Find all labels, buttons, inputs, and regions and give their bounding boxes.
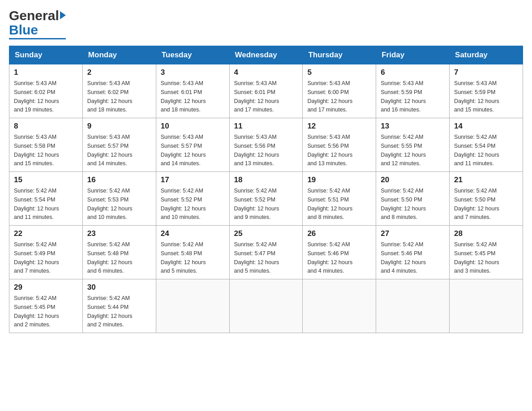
day-number: 20 bbox=[381, 176, 445, 184]
column-header-tuesday: Tuesday bbox=[156, 46, 229, 64]
logo-underline bbox=[9, 38, 66, 39]
day-number: 6 bbox=[381, 68, 445, 77]
calendar-cell: 13 Sunrise: 5:42 AMSunset: 5:55 PMDaylig… bbox=[376, 118, 450, 172]
calendar-cell: 5 Sunrise: 5:43 AMSunset: 6:00 PMDayligh… bbox=[303, 64, 376, 118]
day-number: 22 bbox=[14, 229, 78, 238]
day-info: Sunrise: 5:42 AMSunset: 5:46 PMDaylight:… bbox=[381, 241, 426, 274]
calendar-week-row: 22 Sunrise: 5:42 AMSunset: 5:49 PMDaylig… bbox=[9, 226, 523, 279]
day-info: Sunrise: 5:42 AMSunset: 5:50 PMDaylight:… bbox=[381, 188, 426, 220]
day-info: Sunrise: 5:42 AMSunset: 5:45 PMDaylight:… bbox=[14, 295, 59, 328]
calendar-cell: 1 Sunrise: 5:43 AMSunset: 6:02 PMDayligh… bbox=[9, 64, 83, 118]
calendar-cell: 23 Sunrise: 5:42 AMSunset: 5:48 PMDaylig… bbox=[82, 226, 156, 279]
day-number: 26 bbox=[307, 229, 371, 238]
calendar-cell bbox=[229, 279, 303, 333]
calendar-cell: 27 Sunrise: 5:42 AMSunset: 5:46 PMDaylig… bbox=[376, 226, 450, 279]
logo: General Blue bbox=[9, 9, 66, 39]
calendar-cell: 2 Sunrise: 5:43 AMSunset: 6:02 PMDayligh… bbox=[82, 64, 156, 118]
day-info: Sunrise: 5:43 AMSunset: 5:59 PMDaylight:… bbox=[454, 80, 499, 113]
calendar-cell: 26 Sunrise: 5:42 AMSunset: 5:46 PMDaylig… bbox=[303, 226, 376, 279]
day-info: Sunrise: 5:43 AMSunset: 6:01 PMDaylight:… bbox=[234, 80, 279, 113]
calendar-cell: 10 Sunrise: 5:43 AMSunset: 5:57 PMDaylig… bbox=[156, 118, 229, 172]
day-number: 28 bbox=[454, 229, 518, 238]
logo-general-text: General bbox=[9, 9, 59, 22]
day-info: Sunrise: 5:43 AMSunset: 5:57 PMDaylight:… bbox=[161, 134, 206, 167]
calendar-cell bbox=[450, 279, 523, 333]
calendar-cell bbox=[303, 279, 376, 333]
day-info: Sunrise: 5:42 AMSunset: 5:54 PMDaylight:… bbox=[14, 188, 59, 220]
day-number: 18 bbox=[234, 176, 298, 184]
calendar-cell: 28 Sunrise: 5:42 AMSunset: 5:45 PMDaylig… bbox=[450, 226, 523, 279]
day-info: Sunrise: 5:42 AMSunset: 5:48 PMDaylight:… bbox=[161, 241, 206, 274]
day-number: 2 bbox=[87, 68, 151, 77]
day-info: Sunrise: 5:42 AMSunset: 5:47 PMDaylight:… bbox=[234, 241, 279, 274]
calendar-cell: 11 Sunrise: 5:43 AMSunset: 5:56 PMDaylig… bbox=[229, 118, 303, 172]
day-number: 27 bbox=[381, 229, 445, 238]
day-number: 3 bbox=[161, 68, 225, 77]
column-header-friday: Friday bbox=[376, 46, 450, 64]
calendar-cell: 4 Sunrise: 5:43 AMSunset: 6:01 PMDayligh… bbox=[229, 64, 303, 118]
day-info: Sunrise: 5:42 AMSunset: 5:52 PMDaylight:… bbox=[161, 188, 206, 220]
calendar-week-row: 1 Sunrise: 5:43 AMSunset: 6:02 PMDayligh… bbox=[9, 64, 523, 118]
day-number: 15 bbox=[14, 176, 78, 184]
day-info: Sunrise: 5:42 AMSunset: 5:55 PMDaylight:… bbox=[381, 134, 426, 167]
calendar-cell bbox=[376, 279, 450, 333]
calendar-week-row: 8 Sunrise: 5:43 AMSunset: 5:58 PMDayligh… bbox=[9, 118, 523, 172]
calendar-cell: 7 Sunrise: 5:43 AMSunset: 5:59 PMDayligh… bbox=[450, 64, 523, 118]
day-number: 7 bbox=[454, 68, 518, 77]
day-info: Sunrise: 5:43 AMSunset: 6:02 PMDaylight:… bbox=[14, 80, 59, 113]
calendar-cell: 30 Sunrise: 5:42 AMSunset: 5:44 PMDaylig… bbox=[82, 279, 156, 333]
column-header-saturday: Saturday bbox=[450, 46, 523, 64]
day-info: Sunrise: 5:42 AMSunset: 5:49 PMDaylight:… bbox=[14, 241, 59, 274]
day-info: Sunrise: 5:42 AMSunset: 5:45 PMDaylight:… bbox=[454, 241, 499, 274]
calendar-cell: 20 Sunrise: 5:42 AMSunset: 5:50 PMDaylig… bbox=[376, 172, 450, 226]
day-info: Sunrise: 5:43 AMSunset: 6:01 PMDaylight:… bbox=[161, 80, 206, 113]
calendar-table: SundayMondayTuesdayWednesdayThursdayFrid… bbox=[9, 46, 523, 333]
day-number: 23 bbox=[87, 229, 151, 238]
calendar-cell: 16 Sunrise: 5:42 AMSunset: 5:53 PMDaylig… bbox=[82, 172, 156, 226]
day-number: 29 bbox=[14, 283, 78, 292]
day-info: Sunrise: 5:43 AMSunset: 6:02 PMDaylight:… bbox=[87, 80, 133, 113]
page-header: General Blue bbox=[9, 9, 523, 39]
calendar-cell: 18 Sunrise: 5:42 AMSunset: 5:52 PMDaylig… bbox=[229, 172, 303, 226]
day-info: Sunrise: 5:42 AMSunset: 5:53 PMDaylight:… bbox=[87, 188, 133, 220]
day-number: 12 bbox=[307, 122, 371, 131]
day-info: Sunrise: 5:43 AMSunset: 5:58 PMDaylight:… bbox=[14, 134, 59, 167]
calendar-cell: 8 Sunrise: 5:43 AMSunset: 5:58 PMDayligh… bbox=[9, 118, 83, 172]
day-number: 4 bbox=[234, 68, 298, 77]
calendar-week-row: 29 Sunrise: 5:42 AMSunset: 5:45 PMDaylig… bbox=[9, 279, 523, 333]
calendar-cell bbox=[156, 279, 229, 333]
day-info: Sunrise: 5:42 AMSunset: 5:44 PMDaylight:… bbox=[87, 295, 133, 328]
day-info: Sunrise: 5:42 AMSunset: 5:46 PMDaylight:… bbox=[307, 241, 352, 274]
day-info: Sunrise: 5:43 AMSunset: 5:59 PMDaylight:… bbox=[381, 80, 426, 113]
day-info: Sunrise: 5:42 AMSunset: 5:52 PMDaylight:… bbox=[234, 188, 279, 220]
calendar-cell: 19 Sunrise: 5:42 AMSunset: 5:51 PMDaylig… bbox=[303, 172, 376, 226]
day-info: Sunrise: 5:43 AMSunset: 5:56 PMDaylight:… bbox=[307, 134, 352, 167]
day-number: 11 bbox=[234, 122, 298, 131]
calendar-cell: 22 Sunrise: 5:42 AMSunset: 5:49 PMDaylig… bbox=[9, 226, 83, 279]
column-header-thursday: Thursday bbox=[303, 46, 376, 64]
day-number: 24 bbox=[161, 229, 225, 238]
calendar-cell: 25 Sunrise: 5:42 AMSunset: 5:47 PMDaylig… bbox=[229, 226, 303, 279]
day-number: 25 bbox=[234, 229, 298, 238]
day-number: 5 bbox=[307, 68, 371, 77]
day-number: 21 bbox=[454, 176, 518, 184]
calendar-cell: 6 Sunrise: 5:43 AMSunset: 5:59 PMDayligh… bbox=[376, 64, 450, 118]
calendar-week-row: 15 Sunrise: 5:42 AMSunset: 5:54 PMDaylig… bbox=[9, 172, 523, 226]
column-header-sunday: Sunday bbox=[9, 46, 83, 64]
logo-arrow-icon bbox=[60, 11, 66, 19]
day-number: 30 bbox=[87, 283, 151, 292]
day-number: 19 bbox=[307, 176, 371, 184]
calendar-cell: 17 Sunrise: 5:42 AMSunset: 5:52 PMDaylig… bbox=[156, 172, 229, 226]
calendar-cell: 12 Sunrise: 5:43 AMSunset: 5:56 PMDaylig… bbox=[303, 118, 376, 172]
day-info: Sunrise: 5:43 AMSunset: 5:57 PMDaylight:… bbox=[87, 134, 133, 167]
calendar-cell: 21 Sunrise: 5:42 AMSunset: 5:50 PMDaylig… bbox=[450, 172, 523, 226]
day-number: 16 bbox=[87, 176, 151, 184]
column-header-monday: Monday bbox=[82, 46, 156, 64]
day-info: Sunrise: 5:42 AMSunset: 5:50 PMDaylight:… bbox=[454, 188, 499, 220]
day-info: Sunrise: 5:42 AMSunset: 5:54 PMDaylight:… bbox=[454, 134, 499, 167]
calendar-cell: 14 Sunrise: 5:42 AMSunset: 5:54 PMDaylig… bbox=[450, 118, 523, 172]
day-info: Sunrise: 5:42 AMSunset: 5:51 PMDaylight:… bbox=[307, 188, 352, 220]
day-info: Sunrise: 5:42 AMSunset: 5:48 PMDaylight:… bbox=[87, 241, 133, 274]
column-header-wednesday: Wednesday bbox=[229, 46, 303, 64]
calendar-cell: 9 Sunrise: 5:43 AMSunset: 5:57 PMDayligh… bbox=[82, 118, 156, 172]
